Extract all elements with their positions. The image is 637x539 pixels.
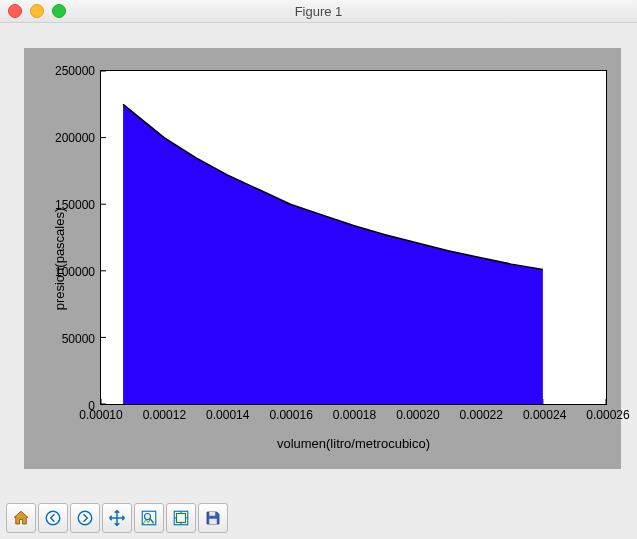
plot-area[interactable]: 0.000100.000120.000140.000160.000180.000… xyxy=(100,70,607,405)
x-tick-label: 0.00012 xyxy=(143,408,186,422)
x-tick-label: 0.00026 xyxy=(586,408,629,422)
y-tick-label: 0 xyxy=(88,399,95,413)
svg-point-16 xyxy=(78,511,92,525)
zoom-window-icon[interactable] xyxy=(52,4,66,18)
subplots-icon[interactable] xyxy=(166,503,196,533)
svg-point-15 xyxy=(46,511,60,525)
x-tick-label: 0.00018 xyxy=(333,408,376,422)
y-tick-label: 50000 xyxy=(62,332,95,346)
window-title: Figure 1 xyxy=(0,4,637,19)
figure-window: Figure 1 presion(pascales) volumen(litro… xyxy=(0,0,637,539)
titlebar: Figure 1 xyxy=(0,0,637,23)
save-icon[interactable] xyxy=(198,503,228,533)
x-tick-label: 0.00014 xyxy=(206,408,249,422)
x-axis-label: volumen(litro/metrocubico) xyxy=(100,436,607,451)
x-tick-label: 0.00024 xyxy=(523,408,566,422)
x-tick-label: 0.00016 xyxy=(269,408,312,422)
y-axis-label: presion(pascales) xyxy=(52,207,67,310)
home-icon[interactable] xyxy=(6,503,36,533)
x-tick-label: 0.00022 xyxy=(460,408,503,422)
back-icon[interactable] xyxy=(38,503,68,533)
svg-point-18 xyxy=(145,514,151,520)
x-tick-label: 0.00020 xyxy=(396,408,439,422)
forward-icon[interactable] xyxy=(70,503,100,533)
svg-rect-21 xyxy=(209,512,215,516)
svg-rect-22 xyxy=(209,519,217,524)
figure-canvas: presion(pascales) volumen(litro/metrocub… xyxy=(24,48,621,469)
chart-svg xyxy=(101,71,606,404)
y-tick-label: 250000 xyxy=(55,64,95,78)
svg-rect-20 xyxy=(177,514,186,523)
y-tick-label: 100000 xyxy=(55,265,95,279)
close-icon[interactable] xyxy=(8,4,22,18)
y-tick-label: 150000 xyxy=(55,198,95,212)
y-tick-label: 200000 xyxy=(55,131,95,145)
figure-toolbar xyxy=(6,503,228,533)
zoom-icon[interactable] xyxy=(134,503,164,533)
pan-icon[interactable] xyxy=(102,503,132,533)
minimize-icon[interactable] xyxy=(30,4,44,18)
window-controls xyxy=(8,4,66,18)
x-tick-label: 0.00010 xyxy=(79,408,122,422)
